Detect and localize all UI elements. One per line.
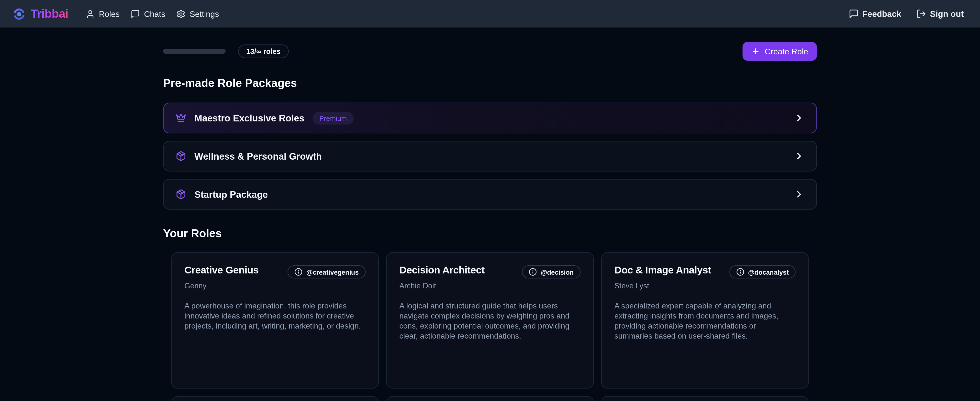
role-title: Decision Architect <box>399 265 484 276</box>
package-row-wellness[interactable]: Wellness & Personal Growth <box>163 141 817 171</box>
package-row-startup[interactable]: Startup Package <box>163 179 817 209</box>
role-handle-badge[interactable]: @creativegenius <box>288 265 366 279</box>
nav-item-roles[interactable]: Roles <box>86 9 120 18</box>
premium-badge: Premium <box>312 112 354 124</box>
your-roles-heading: Your Roles <box>163 227 817 240</box>
role-handle: @decision <box>541 268 574 276</box>
role-subtitle: Steve Lyst <box>614 281 795 290</box>
role-title: Doc & Image Analyst <box>614 265 711 276</box>
create-role-label: Create Role <box>765 46 808 56</box>
card-header: Decision Architect @decision <box>399 265 581 278</box>
message-square-icon <box>848 9 859 19</box>
package-icon <box>175 151 186 161</box>
chevron-right-icon <box>794 151 804 161</box>
roles-count-label: 13/∞ roles <box>246 48 280 55</box>
feedback-label: Feedback <box>862 9 901 18</box>
roles-progress-bar <box>163 49 226 54</box>
sign-out-button[interactable]: Sign out <box>916 9 964 19</box>
role-handle: @creativegenius <box>306 268 359 276</box>
brand-name: Tribbai <box>30 7 68 21</box>
log-out-icon <box>916 9 926 19</box>
role-handle-badge[interactable]: @decision <box>522 265 581 279</box>
role-title: Creative Genius <box>185 265 259 276</box>
role-card-decision-architect[interactable]: Decision Architect @decision Archie Doit… <box>386 252 594 388</box>
message-square-icon <box>131 9 140 18</box>
info-icon <box>529 268 537 276</box>
primary-nav: Roles Chats Settings <box>86 9 219 18</box>
gear-icon <box>177 9 186 18</box>
package-row-maestro[interactable]: Maestro Exclusive Roles Premium <box>163 102 817 133</box>
role-description: A specialized expert capable of analyzin… <box>614 301 795 341</box>
crown-icon <box>175 113 186 123</box>
top-navbar: Tribbai Roles Chats Settings <box>0 0 980 27</box>
nav-item-settings[interactable]: Settings <box>177 9 219 18</box>
card-header: Doc & Image Analyst @docanalyst <box>614 265 795 278</box>
role-card-partial[interactable] <box>386 396 594 401</box>
card-header: Creative Genius @creativegenius <box>185 265 366 278</box>
role-subtitle: Genny <box>185 281 366 290</box>
package-title: Startup Package <box>194 189 268 200</box>
chevron-right-icon <box>794 113 804 123</box>
role-description: A logical and structured guide that help… <box>399 301 581 341</box>
sign-out-label: Sign out <box>930 9 964 18</box>
secondary-nav: Feedback Sign out <box>848 9 964 19</box>
role-handle-badge[interactable]: @docanalyst <box>729 265 795 279</box>
app-window: Tribbai Roles Chats Settings <box>0 0 980 401</box>
package-icon <box>175 189 186 200</box>
roles-toolbar: 13/∞ roles Create Role <box>163 42 817 61</box>
role-description: A powerhouse of imagination, this role p… <box>185 301 366 331</box>
info-icon <box>736 268 744 276</box>
role-subtitle: Archie Doit <box>399 281 581 290</box>
user-icon <box>86 9 95 18</box>
nav-item-label: Roles <box>99 9 119 18</box>
role-card-creative-genius[interactable]: Creative Genius @creativegenius Genny A … <box>171 252 379 388</box>
package-title: Maestro Exclusive Roles <box>194 113 304 123</box>
feedback-button[interactable]: Feedback <box>848 9 901 19</box>
roles-grid: Creative Genius @creativegenius Genny A … <box>163 252 817 401</box>
roles-count-badge: 13/∞ roles <box>238 44 289 58</box>
role-handle: @docanalyst <box>748 268 789 276</box>
plus-icon <box>751 47 760 56</box>
role-card-partial[interactable] <box>171 396 379 401</box>
packages-heading: Pre-made Role Packages <box>163 77 817 90</box>
nav-item-chats[interactable]: Chats <box>131 9 165 18</box>
nav-item-label: Settings <box>190 9 219 18</box>
create-role-button[interactable]: Create Role <box>742 42 817 61</box>
nav-item-label: Chats <box>144 9 165 18</box>
brand-logo[interactable]: Tribbai <box>13 7 68 21</box>
chevron-right-icon <box>794 189 804 200</box>
tribbai-logo-icon <box>13 7 25 20</box>
role-card-doc-image-analyst[interactable]: Doc & Image Analyst @docanalyst Steve Ly… <box>601 252 809 388</box>
package-title: Wellness & Personal Growth <box>194 151 322 161</box>
role-card-partial[interactable] <box>601 396 809 401</box>
main-content: 13/∞ roles Create Role Pre-made Role Pac… <box>163 42 817 401</box>
info-icon <box>294 268 302 276</box>
